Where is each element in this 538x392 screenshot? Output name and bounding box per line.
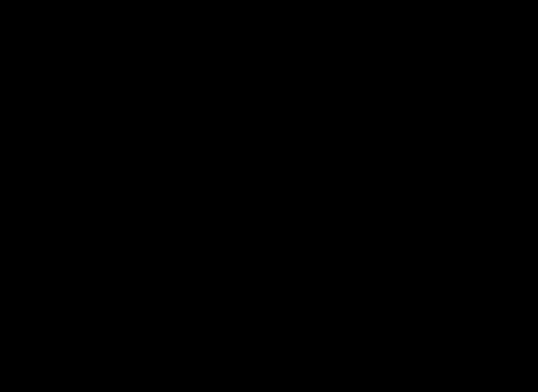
meteogram-page [0, 0, 538, 392]
meteogram-canvas [0, 0, 538, 392]
